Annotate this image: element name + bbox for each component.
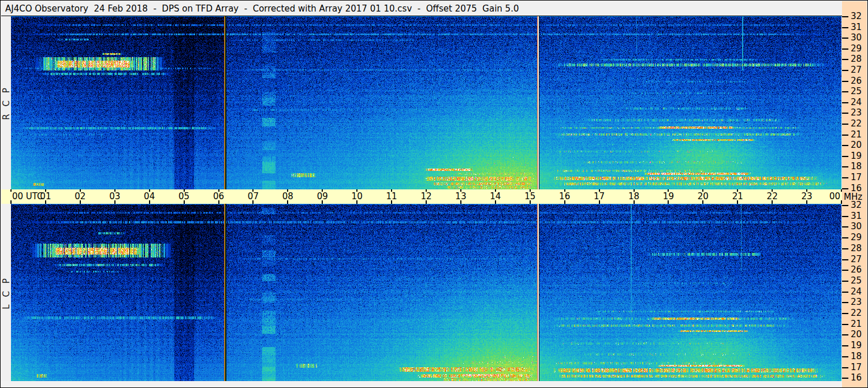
freq-tick: [842, 270, 848, 271]
freq-label: 30: [851, 221, 862, 232]
freq-label: 17: [851, 172, 862, 182]
time-label: 01: [40, 191, 51, 202]
time-label: 14: [490, 191, 501, 202]
time-label: 09: [317, 191, 328, 202]
freq-tick: [842, 248, 848, 249]
freq-tick: [842, 102, 848, 103]
freq-label: 16: [851, 372, 862, 383]
freq-tick: [842, 81, 848, 82]
lcp-spectrogram: [11, 204, 841, 381]
freq-tick: [842, 356, 848, 357]
time-axis: 00 UTC0102030405060708091011121314151617…: [1, 189, 843, 204]
freq-tick: [842, 226, 848, 227]
freq-label: 24: [851, 286, 862, 297]
freq-tick: [842, 367, 848, 368]
time-label: 07: [248, 191, 259, 202]
freq-label: 20: [851, 329, 862, 339]
freq-tick: [842, 48, 848, 50]
time-label: 13: [455, 191, 466, 202]
lcp-side-label: L C P: [1, 204, 11, 381]
freq-label: 29: [851, 232, 862, 242]
freq-label: 16: [851, 183, 862, 193]
freq-tick: [842, 216, 848, 217]
rcp-side-label-text: R C P: [1, 85, 12, 120]
freq-label: 18: [851, 161, 862, 171]
freq-label: 28: [851, 243, 862, 253]
time-label: 18: [628, 191, 639, 202]
time-tick: [10, 189, 12, 192]
time-label: 20: [698, 191, 709, 202]
freq-label: 21: [851, 319, 862, 329]
freq-tick: [842, 313, 848, 314]
freq-tick: [842, 334, 848, 335]
freq-label: 25: [851, 86, 862, 96]
freq-tick: [842, 259, 848, 260]
bottom-strip: [1, 381, 843, 388]
freq-label: 19: [851, 340, 862, 350]
freq-tick: [842, 205, 848, 206]
freq-tick: [842, 188, 848, 189]
window-title: AJ4CO Observatory 24 Feb 2018 - DPS on T…: [1, 3, 519, 14]
freq-tick: [842, 16, 848, 17]
freq-label: 27: [851, 254, 862, 264]
freq-tick: [842, 38, 848, 39]
freq-label: 23: [851, 107, 862, 118]
freq-label: 21: [851, 129, 862, 140]
time-label: 02: [74, 191, 85, 202]
freq-label: 19: [851, 151, 862, 161]
freq-tick: [842, 145, 848, 146]
freq-label: 25: [851, 275, 862, 286]
time-label: 23: [802, 191, 813, 202]
freq-tick: [842, 70, 848, 71]
time-label: 06: [213, 191, 224, 202]
freq-label: 26: [851, 264, 862, 275]
time-label: 05: [178, 191, 189, 202]
freq-label: 32: [851, 11, 862, 21]
freq-label: 29: [851, 43, 862, 54]
freq-tick: [842, 324, 848, 325]
freq-tick: [842, 91, 848, 92]
freq-label: 22: [851, 118, 862, 129]
time-label: 21: [732, 191, 743, 202]
freq-tick: [842, 177, 848, 178]
app-window: AJ4CO Observatory 24 Feb 2018 - DPS on T…: [0, 0, 868, 388]
title-bar: AJ4CO Observatory 24 Feb 2018 - DPS on T…: [1, 1, 843, 16]
time-label: 12: [420, 191, 431, 202]
lcp-side-label-text: L C P: [1, 276, 12, 309]
freq-label: 30: [851, 32, 862, 43]
freq-tick: [842, 281, 848, 282]
freq-tick: [842, 113, 848, 114]
freq-label: 32: [851, 200, 862, 210]
freq-tick: [842, 292, 848, 293]
time-label: 11: [386, 191, 397, 202]
frequency-axis: MHz 323130292827262524232221201918171632…: [842, 1, 867, 388]
time-label-00utc: 00 UTC: [12, 191, 43, 202]
freq-tick: [842, 237, 848, 238]
freq-tick: [842, 378, 848, 379]
time-label: 04: [144, 191, 155, 202]
freq-label: 18: [851, 351, 862, 361]
freq-label: 28: [851, 54, 862, 64]
freq-label: 23: [851, 297, 862, 307]
freq-label: 26: [851, 76, 862, 86]
time-label: 08: [282, 191, 293, 202]
freq-tick: [842, 59, 848, 60]
freq-tick: [842, 302, 848, 303]
freq-label: 31: [851, 211, 862, 221]
time-label-24: 00: [829, 191, 840, 202]
freq-label: 17: [851, 362, 862, 372]
time-label: 10: [352, 191, 363, 202]
freq-tick: [842, 166, 848, 167]
time-label: 03: [109, 191, 120, 202]
freq-label: 24: [851, 97, 862, 107]
freq-tick: [842, 156, 848, 157]
freq-tick: [842, 27, 848, 28]
freq-label: 22: [851, 308, 862, 318]
freq-label: 27: [851, 65, 862, 75]
freq-label: 20: [851, 140, 862, 150]
time-label: 22: [767, 191, 778, 202]
time-label: 15: [524, 191, 535, 202]
freq-label: 31: [851, 22, 862, 32]
freq-tick: [842, 124, 848, 125]
freq-tick: [842, 135, 848, 136]
